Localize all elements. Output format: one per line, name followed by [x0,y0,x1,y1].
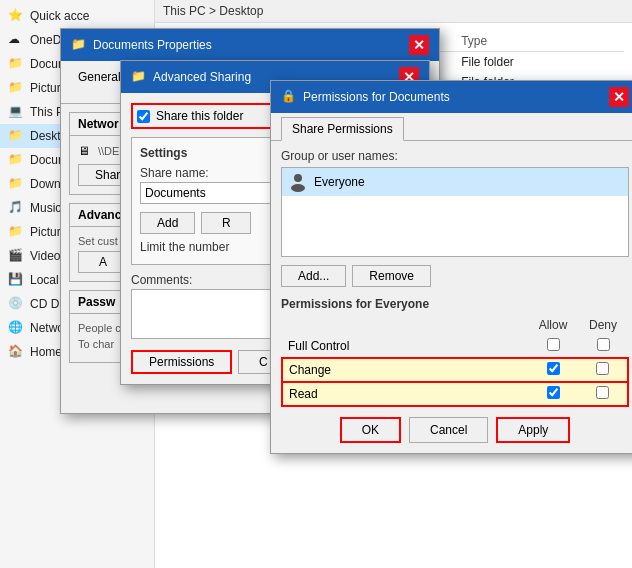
folder-icon: 📁 [8,128,24,144]
perm-tab-bar: Share Permissions [271,113,632,141]
svg-point-0 [294,174,302,182]
perm-row-change: Change [282,358,628,382]
network-icon: 🖥 [78,144,90,158]
bottom-btn-row: OK Cancel Apply [281,417,629,443]
network-icon: 🌐 [8,320,24,336]
share-folder-label: Share this folder [156,109,243,123]
perm-for-label: Permissions for Everyone [281,297,629,311]
apply-button[interactable]: Apply [496,417,570,443]
add-share-button[interactable]: Add [140,212,195,234]
folder-icon: 📁 [8,176,24,192]
user-list-item[interactable]: Everyone [282,168,628,196]
add-user-button[interactable]: Add... [281,265,346,287]
perm-name: Full Control [282,335,528,358]
star-icon: ⭐ [8,8,24,24]
drive-icon: 💾 [8,272,24,288]
group-label: Group or user names: [281,149,629,163]
full-control-deny-checkbox[interactable] [597,338,610,351]
sidebar-item-quick-access[interactable]: ⭐ Quick acce [0,4,154,28]
computer-icon: 💻 [8,104,24,120]
perm-read-allow[interactable] [528,382,578,406]
dialog-close-button[interactable]: ✕ [409,35,429,55]
cancel-button[interactable]: Cancel [409,417,488,443]
share-folder-checkbox[interactable] [137,110,150,123]
dialog-title: Documents Properties [93,38,409,52]
homegroup-icon: 🏠 [8,344,24,360]
folder-icon: 📁 [8,56,24,72]
col-permission [282,315,528,335]
perm-change-allow[interactable] [528,358,578,382]
cloud-icon: ☁ [8,32,24,48]
perm-full-allow[interactable] [528,335,578,358]
folder-icon: 📁 [8,152,24,168]
full-control-allow-checkbox[interactable] [547,338,560,351]
folder-icon: 📁 [71,37,87,53]
perm-dialog-titlebar: 🔒 Permissions for Documents ✕ [271,81,632,113]
perm-row-read: Read [282,382,628,406]
video-icon: 🎬 [8,248,24,264]
perm-change-deny[interactable] [578,358,628,382]
user-icon [288,172,308,192]
change-deny-checkbox[interactable] [596,362,609,375]
read-allow-checkbox[interactable] [547,386,560,399]
col-type: Type [455,31,624,52]
folder-icon: 🎵 [8,200,24,216]
folder-icon: 📁 [8,80,24,96]
user-action-btns: Add... Remove [281,265,629,287]
dialog-titlebar: 📁 Documents Properties ✕ [61,29,439,61]
perm-name: Read [282,382,528,406]
perm-dialog-title: Permissions for Documents [303,90,609,104]
remove-user-button[interactable]: Remove [352,265,431,287]
read-deny-checkbox[interactable] [596,386,609,399]
breadcrumb: This PC > Desktop [163,4,263,18]
user-list-box: Everyone [281,167,629,257]
svg-point-1 [291,184,305,192]
folder-icon: 📁 [8,224,24,240]
perm-body: Share Permissions Group or user names: E… [271,113,632,453]
explorer-header: This PC > Desktop [155,0,632,23]
tab-share-permissions[interactable]: Share Permissions [281,117,404,141]
shield-icon: 🔒 [281,89,297,105]
folder-icon: 📁 [131,69,147,85]
cd-icon: 💿 [8,296,24,312]
permissions-table: Allow Deny Full Control Change Read [281,315,629,407]
permissions-button[interactable]: Permissions [131,350,232,374]
ok-button[interactable]: OK [340,417,401,443]
perm-name: Change [282,358,528,382]
perm-dialog-close-button[interactable]: ✕ [609,87,629,107]
permissions-dialog: 🔒 Permissions for Documents ✕ Share Perm… [270,80,632,454]
remove-share-button[interactable]: R [201,212,251,234]
perm-read-deny[interactable] [578,382,628,406]
change-allow-checkbox[interactable] [547,362,560,375]
col-deny: Deny [578,315,628,335]
col-allow: Allow [528,315,578,335]
perm-full-deny[interactable] [578,335,628,358]
perm-row-full-control: Full Control [282,335,628,358]
